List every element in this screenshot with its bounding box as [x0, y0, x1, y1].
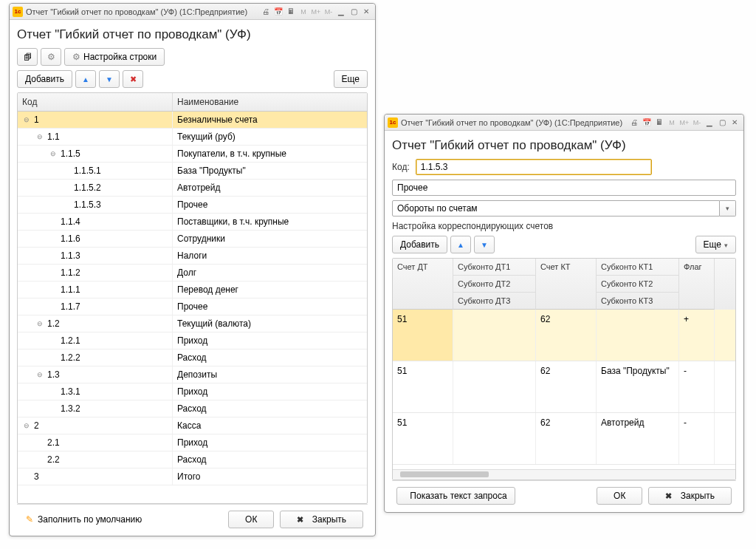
- tree-row[interactable]: 1.1.1Перевод денег: [18, 282, 367, 299]
- move-down-button[interactable]: [474, 236, 495, 253]
- ok-button[interactable]: ОК: [228, 511, 274, 528]
- col-sdt2[interactable]: Субконто ДТ2: [453, 276, 536, 293]
- print-icon[interactable]: 🖨: [628, 117, 640, 129]
- close-button[interactable]: Закрыть: [280, 511, 363, 528]
- flag-cell: +: [679, 310, 715, 361]
- minimize-icon[interactable]: ▁: [335, 6, 347, 18]
- more-button[interactable]: Еще: [695, 236, 736, 253]
- col-skt1[interactable]: Субконто КТ1: [597, 259, 679, 276]
- memory-mplus[interactable]: M+: [678, 117, 690, 129]
- tree-row[interactable]: 1.1.5.1База "Продукты": [18, 163, 367, 180]
- tree-row[interactable]: 1.1.5.3Прочее: [18, 197, 367, 214]
- tree-row[interactable]: 1.1.3Налоги: [18, 248, 367, 265]
- titlebar[interactable]: 1c Отчет "Гибкий отчет по проводкам" (УФ…: [10, 4, 375, 20]
- col-flag[interactable]: Флаг: [679, 259, 715, 310]
- ok-button[interactable]: ОК: [597, 487, 642, 505]
- tree-row[interactable]: 1.1.2Долг: [18, 265, 367, 282]
- delete-button[interactable]: [123, 70, 143, 88]
- tree-row[interactable]: 2.2Расход: [18, 451, 367, 468]
- calc-icon[interactable]: 🖩: [285, 6, 297, 18]
- col-kt[interactable]: Счет КТ: [536, 259, 597, 310]
- col-name-header[interactable]: Наименование: [173, 93, 367, 111]
- tree-row[interactable]: 1Безналичные счета: [18, 112, 367, 129]
- more-button[interactable]: Еще: [334, 70, 368, 88]
- close-icon[interactable]: ✕: [729, 117, 740, 129]
- scroll-thumb[interactable]: [400, 471, 489, 477]
- tree-row[interactable]: 1.2.1Приход: [18, 333, 367, 349]
- close-button[interactable]: Закрыть: [648, 487, 732, 505]
- titlebar[interactable]: 1c Отчет "Гибкий отчет по проводкам" (УФ…: [385, 115, 743, 131]
- grid-row[interactable]: 5162+: [393, 310, 735, 361]
- type-dropdown-button[interactable]: ▾: [720, 200, 736, 216]
- col-skt3[interactable]: Субконто КТ3: [597, 293, 679, 310]
- row-settings-button[interactable]: Настройка строки: [64, 48, 165, 66]
- close-icon[interactable]: ✕: [360, 6, 372, 18]
- show-query-button[interactable]: Показать текст запроса: [396, 487, 515, 505]
- maximize-icon[interactable]: ▢: [348, 6, 360, 18]
- expander-icon[interactable]: [49, 149, 58, 158]
- name-cell: Налоги: [173, 248, 367, 264]
- tree-row[interactable]: 1.3.2Расход: [18, 400, 367, 417]
- memory-mminus[interactable]: M-: [323, 6, 334, 18]
- col-skt2[interactable]: Субконто КТ2: [597, 276, 679, 293]
- code-input[interactable]: 1.1.5.3: [416, 159, 652, 175]
- copy-button[interactable]: [17, 48, 38, 66]
- add-button[interactable]: Добавить: [392, 236, 447, 253]
- memory-m[interactable]: M: [298, 6, 309, 18]
- calendar-icon[interactable]: 📅: [272, 6, 284, 18]
- expander-icon[interactable]: [22, 421, 31, 430]
- expander-icon: [49, 234, 58, 243]
- name-cell: Безналичные счета: [173, 112, 367, 128]
- code-cell: 1.1.3: [61, 250, 80, 261]
- tree-row[interactable]: 1.1.7Прочее: [18, 299, 367, 316]
- memory-mminus[interactable]: M-: [691, 117, 703, 129]
- tree-row[interactable]: 1.1.5Покупатели, в т.ч. крупные: [18, 146, 367, 163]
- corr-accounts-label: Настройка корреспондирующих счетов: [392, 221, 736, 231]
- expander-icon: [35, 455, 44, 464]
- minimize-icon[interactable]: ▁: [704, 117, 715, 129]
- expander-icon[interactable]: [35, 319, 44, 328]
- col-sdt1[interactable]: Субконто ДТ1: [453, 259, 536, 276]
- expander-icon: [62, 200, 71, 209]
- expander-icon[interactable]: [22, 115, 31, 124]
- memory-mplus[interactable]: M+: [310, 6, 322, 18]
- grid-body[interactable]: 5162+5162База "Продукты"-5162Автотрейд-: [393, 310, 735, 469]
- type-select[interactable]: [392, 200, 720, 216]
- fill-default-button[interactable]: Заполнить по умолчанию: [21, 511, 146, 528]
- maximize-icon[interactable]: ▢: [716, 117, 728, 129]
- name-cell: Текущий (валюта): [173, 316, 367, 332]
- col-sdt3[interactable]: Субконто ДТ3: [453, 293, 536, 310]
- tree-row[interactable]: 1.1.4Поставщики, в т.ч. крупные: [18, 214, 367, 231]
- calc-icon[interactable]: 🖩: [653, 117, 665, 129]
- tree-row[interactable]: 1.2.2Расход: [18, 349, 367, 366]
- tree-row[interactable]: 1.2Текущий (валюта): [18, 316, 367, 333]
- report-window-main: 1c Отчет "Гибкий отчет по проводкам" (УФ…: [9, 3, 376, 536]
- move-down-button[interactable]: [99, 70, 120, 88]
- tree-row[interactable]: 3Итого: [18, 468, 367, 485]
- expander-icon[interactable]: [35, 132, 44, 141]
- tree-row[interactable]: 2.1Приход: [18, 434, 367, 451]
- calendar-icon[interactable]: 📅: [641, 117, 653, 129]
- grid-row[interactable]: 5162Автотрейд-: [393, 413, 735, 465]
- gear-button[interactable]: [41, 48, 61, 66]
- horizontal-scrollbar[interactable]: [393, 469, 735, 480]
- tree-row[interactable]: 1.1Текущий (руб): [18, 129, 367, 146]
- name-cell: Прочее: [173, 299, 367, 315]
- memory-m[interactable]: M: [666, 117, 678, 129]
- expander-icon[interactable]: [35, 370, 44, 379]
- gear-icon: [72, 52, 80, 62]
- tree-row[interactable]: 1.3Депозиты: [18, 366, 367, 383]
- move-up-button[interactable]: [450, 236, 471, 253]
- add-button[interactable]: Добавить: [17, 70, 72, 88]
- tree-row[interactable]: 1.1.5.2Автотрейд: [18, 180, 367, 197]
- col-code-header[interactable]: Код: [18, 93, 173, 111]
- grid-row[interactable]: 5162База "Продукты"-: [393, 361, 735, 413]
- tree-row[interactable]: 1.1.6Сотрудники: [18, 231, 367, 248]
- tree-body[interactable]: 1Безналичные счета1.1Текущий (руб)1.1.5П…: [18, 112, 367, 503]
- move-up-button[interactable]: [75, 70, 96, 88]
- print-icon[interactable]: 🖨: [260, 6, 272, 18]
- col-dt[interactable]: Счет ДТ: [393, 259, 453, 310]
- tree-row[interactable]: 1.3.1Приход: [18, 383, 367, 400]
- name-input[interactable]: [392, 180, 736, 196]
- tree-row[interactable]: 2Касса: [18, 417, 367, 434]
